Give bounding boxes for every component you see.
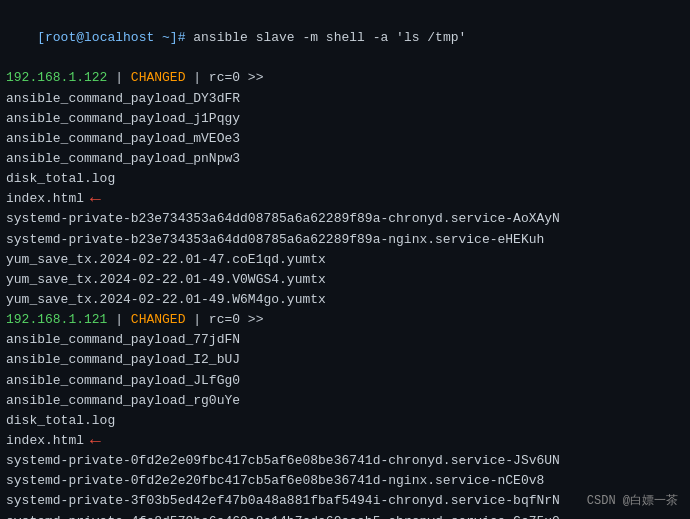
- file-line-5: disk_total.log: [6, 169, 684, 189]
- watermark: CSDN @白嫖一茶: [587, 492, 678, 509]
- file-line-17: systemd-private-0fd2e2e09fbc417cb5af6e08…: [6, 451, 684, 471]
- red-arrow-2: ←: [90, 431, 101, 451]
- rc2: rc=0 >>: [209, 312, 264, 327]
- file-line-11: yum_save_tx.2024-02-22.01-49.W6M4go.yumt…: [6, 290, 684, 310]
- command-text: ansible slave -m shell -a 'ls /tmp': [193, 30, 466, 45]
- file-line-3: ansible_command_payload_mVEOe3: [6, 129, 684, 149]
- index-row-1: index.html ←: [6, 189, 684, 209]
- file-line-16: disk_total.log: [6, 411, 684, 431]
- output-line-1: 192.168.1.122 | CHANGED | rc=0 >>: [6, 68, 684, 88]
- file-line-14: ansible_command_payload_JLfGg0: [6, 371, 684, 391]
- file-line-7: systemd-private-b23e734353a64dd08785a6a6…: [6, 209, 684, 229]
- index-file-2: index.html: [6, 431, 84, 451]
- ip1: 192.168.1.122: [6, 70, 107, 85]
- file-line-12: ansible_command_payload_77jdFN: [6, 330, 684, 350]
- output-line-2: 192.168.1.121 | CHANGED | rc=0 >>: [6, 310, 684, 330]
- file-line-15: ansible_command_payload_rg0uYe: [6, 391, 684, 411]
- file-line-13: ansible_command_payload_I2_bUJ: [6, 350, 684, 370]
- file-line-2: ansible_command_payload_j1Pqgy: [6, 109, 684, 129]
- changed2: CHANGED: [131, 312, 186, 327]
- index-file-1: index.html: [6, 189, 84, 209]
- terminal: [root@localhost ~]# ansible slave -m she…: [0, 0, 690, 519]
- file-line-1: ansible_command_payload_DY3dFR: [6, 89, 684, 109]
- index-row-2: index.html ←: [6, 431, 684, 451]
- file-line-9: yum_save_tx.2024-02-22.01-47.coE1qd.yumt…: [6, 250, 684, 270]
- file-line-4: ansible_command_payload_pnNpw3: [6, 149, 684, 169]
- file-line-19: systemd-private-3f03b5ed42ef47b0a48a881f…: [6, 491, 684, 511]
- red-arrow-1: ←: [90, 189, 101, 209]
- file-line-10: yum_save_tx.2024-02-22.01-49.V0WGS4.yumt…: [6, 270, 684, 290]
- ip2: 192.168.1.121: [6, 312, 107, 327]
- changed1: CHANGED: [131, 70, 186, 85]
- file-line-8: systemd-private-b23e734353a64dd08785a6a6…: [6, 230, 684, 250]
- rc1: rc=0 >>: [209, 70, 264, 85]
- file-line-20: systemd-private-4fe8d570be6a460a8a14b7cd…: [6, 512, 684, 519]
- file-line-18: systemd-private-0fd2e2e20fbc417cb5af6e08…: [6, 471, 684, 491]
- prompt: [root@localhost ~]#: [37, 30, 193, 45]
- command-line: [root@localhost ~]# ansible slave -m she…: [6, 8, 684, 68]
